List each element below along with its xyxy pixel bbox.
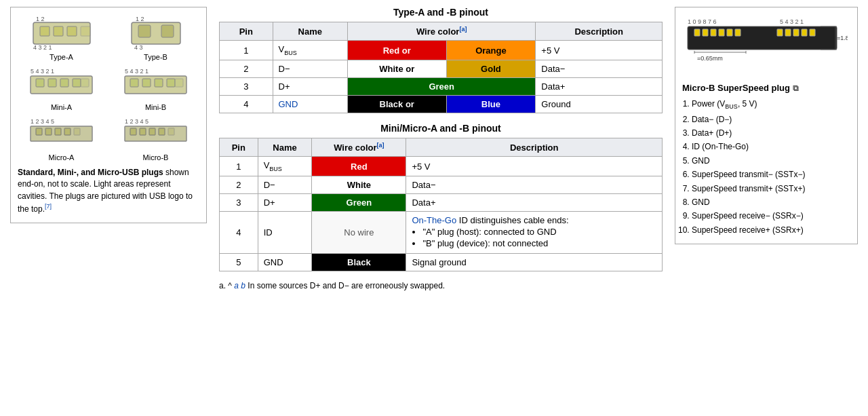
table-row: 3 D+ Green Data+ (220, 77, 663, 95)
svg-rect-14 (36, 79, 44, 87)
mm-pin-1: 1 (220, 157, 258, 176)
table-row: 3 D+ Green Data+ (220, 193, 663, 211)
svg-rect-23 (155, 79, 163, 87)
th-name-2: Name (258, 138, 312, 156)
micro-b-title: Micro-B SuperSpeed plug ⧉ (682, 83, 850, 93)
name-gnd-1: GND (273, 95, 348, 113)
table-row: 5 GND Black Signal ground (220, 253, 663, 271)
svg-rect-2 (40, 26, 50, 36)
mini-b-label: Mini-B (145, 103, 166, 111)
micro-b-svg: 1 2 3 4 5 (123, 117, 188, 152)
svg-rect-50 (785, 29, 791, 36)
svg-rect-28 (36, 128, 42, 135)
otg-bullets: "A" plug (host): connected to GND "B" pl… (412, 227, 656, 248)
table-row: 4 GND Black or Blue Ground (220, 95, 663, 113)
color-orange: Orange (446, 41, 536, 60)
mm-color-white: White (312, 176, 406, 193)
mini-a-label: Mini-A (51, 103, 72, 111)
micro-b-label: Micro-B (143, 153, 169, 162)
color-gold: Gold (446, 60, 536, 77)
svg-rect-31 (64, 128, 71, 135)
svg-rect-3 (54, 26, 63, 36)
micro-a-label: Micro-A (49, 153, 75, 162)
svg-rect-44 (703, 29, 708, 36)
type-a-label: Type-A (50, 53, 73, 61)
pin-2: 2 (220, 60, 273, 77)
name-dp-1: D+ (273, 77, 348, 95)
expand-icon: ⧉ (793, 83, 799, 93)
table-row: 2 D− White Data− (220, 176, 663, 193)
right-list: Power (VBUS, 5 V) Data− (D−) Data+ (D+) … (682, 97, 850, 237)
mm-desc-gnd: Signal ground (406, 253, 663, 271)
list-item: Data− (D−) (692, 113, 850, 126)
otg-link: On-The-Go (412, 215, 456, 225)
list-item: SuperSpeed receive− (SSRx−) (692, 209, 850, 223)
micro-b-title-text: Micro-B SuperSpeed plug (682, 83, 790, 93)
svg-rect-45 (711, 29, 716, 36)
svg-rect-16 (60, 79, 68, 87)
mm-desc-dm: Data− (406, 176, 663, 193)
svg-text:1 2 3 4 5: 1 2 3 4 5 (31, 118, 54, 125)
caption-bold: Standard, Mini-, and Micro-USB plugs (18, 168, 163, 177)
micro-a-svg: 1 2 3 4 5 (29, 117, 94, 152)
svg-text:5 4 3 2 1: 5 4 3 2 1 (780, 18, 804, 25)
color-blue: Blue (446, 95, 536, 113)
table-row: 1 VBUS Red +5 V (220, 157, 663, 176)
svg-rect-10 (161, 25, 174, 37)
svg-rect-24 (167, 79, 175, 87)
mm-name-gnd: GND (258, 253, 312, 271)
svg-rect-29 (45, 128, 52, 135)
svg-rect-52 (802, 29, 807, 36)
svg-rect-18 (81, 79, 89, 87)
wirecolor-footnote-link-2[interactable]: [a] (377, 142, 384, 149)
table-row: 2 D− White or Gold Data− (220, 60, 663, 77)
svg-rect-25 (175, 79, 183, 87)
th-wirecolor-1: Wire color[a] (348, 22, 536, 41)
list-item: SuperSpeed transmit+ (SSTx+) (692, 182, 850, 195)
svg-text:4  3: 4 3 (134, 44, 143, 51)
mm-color-black: Black (312, 253, 406, 271)
otg-bullet-1: "A" plug (host): connected to GND (422, 227, 656, 237)
mm-name-dm: D− (258, 176, 312, 193)
usb-type-b: 1 2 4 3 Type-B (112, 14, 199, 61)
name-dm-1: D− (273, 60, 348, 77)
mm-desc-dp: Data+ (406, 193, 663, 211)
th-wirecolor-2: Wire color[a] (312, 138, 406, 156)
list-item: ID (On-The-Go) (692, 140, 850, 153)
mm-name-vbus: VBUS (258, 157, 312, 176)
svg-rect-4 (67, 26, 77, 36)
footnote-link-a[interactable]: a (234, 281, 239, 290)
wirecolor-footnote-link-1[interactable]: [a] (459, 26, 467, 33)
svg-rect-37 (149, 128, 155, 135)
desc-dp-1: Data+ (536, 77, 663, 95)
svg-text:5 4 3 2 1: 5 4 3 2 1 (31, 68, 54, 75)
color-white-or: White or (348, 60, 446, 77)
svg-rect-22 (142, 79, 151, 87)
table-row: 4 ID No wire On-The-Go ID distinguishes … (220, 211, 663, 253)
mm-pin-5: 5 (220, 253, 258, 271)
th-pin-2: Pin (220, 138, 258, 156)
svg-rect-51 (793, 29, 799, 36)
th-desc-1: Description (536, 22, 663, 41)
mm-desc-id: On-The-Go ID distinguishes cable ends: "… (406, 211, 663, 253)
usb-type-a: 1 2 4 3 2 1 Type-A (18, 14, 105, 61)
type-ab-table: Pin Name Wire color[a] Description 1 VBU… (219, 22, 663, 113)
type-b-svg: 1 2 4 3 (129, 14, 183, 52)
svg-text:1 2: 1 2 (36, 16, 45, 22)
svg-rect-17 (73, 79, 81, 87)
svg-rect-38 (159, 128, 165, 135)
svg-rect-30 (55, 128, 61, 135)
mm-name-dp: D+ (258, 193, 312, 211)
color-green-1: Green (348, 77, 536, 95)
caption-ref-link[interactable]: [7] (45, 203, 52, 210)
mm-color-red: Red (312, 157, 406, 176)
svg-rect-39 (168, 128, 174, 135)
table-row: 1 VBUS Red or Orange +5 V (220, 41, 663, 60)
mm-pin-4: 4 (220, 211, 258, 253)
pin-3: 3 (220, 77, 273, 95)
svg-rect-48 (735, 29, 741, 36)
svg-rect-47 (727, 29, 732, 36)
footnote-link-b[interactable]: b (241, 281, 245, 290)
svg-rect-36 (140, 128, 146, 135)
list-item: GND (692, 195, 850, 209)
